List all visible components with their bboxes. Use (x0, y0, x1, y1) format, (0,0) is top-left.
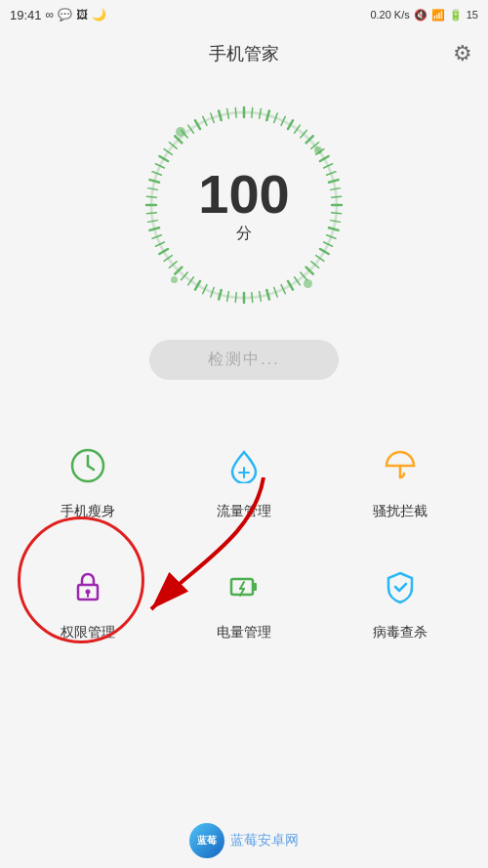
svg-line-29 (306, 268, 313, 274)
svg-line-10 (301, 130, 306, 138)
feature-label-battery: 电量管理 (217, 624, 271, 641)
signal-icon: 📶 (431, 9, 445, 21)
svg-line-72 (227, 109, 229, 119)
svg-line-5 (266, 110, 269, 120)
svg-line-48 (169, 262, 177, 268)
svg-line-27 (316, 256, 324, 262)
svg-line-71 (219, 110, 222, 120)
status-time: 19:41 (10, 8, 42, 22)
svg-line-23 (329, 227, 339, 230)
svg-line-14 (320, 156, 329, 161)
svg-line-85 (240, 582, 244, 589)
features-grid: 手机瘦身 流量管理 骚扰拦截 (0, 419, 488, 661)
header: 手机管家 ⚙ (0, 29, 488, 78)
svg-line-58 (148, 188, 158, 190)
svg-line-57 (146, 196, 156, 197)
status-icon-chat: 💬 (58, 8, 72, 21)
svg-line-9 (295, 125, 301, 133)
svg-line-39 (235, 293, 236, 303)
svg-line-54 (148, 221, 158, 223)
svg-line-41 (219, 290, 222, 300)
clock-icon (70, 448, 105, 483)
svg-line-34 (274, 288, 277, 297)
svg-line-53 (149, 227, 159, 230)
svg-line-24 (327, 235, 336, 238)
svg-line-59 (149, 180, 159, 183)
svg-line-40 (227, 292, 229, 302)
svg-line-51 (155, 242, 164, 246)
feature-icon-permission (61, 559, 115, 614)
watermark-logo: 蓝莓 (189, 823, 224, 858)
svg-line-8 (288, 120, 293, 129)
svg-line-32 (288, 281, 293, 290)
svg-line-35 (266, 290, 269, 300)
status-icon-moon: 🌙 (92, 8, 106, 21)
svg-line-69 (203, 116, 207, 125)
feature-icon-block (373, 438, 427, 493)
svg-line-4 (260, 109, 262, 119)
svg-line-36 (260, 292, 262, 302)
feature-label-block: 骚扰拦截 (373, 503, 427, 520)
feature-block[interactable]: 骚扰拦截 (322, 419, 478, 540)
svg-line-16 (327, 172, 336, 175)
shield-icon (383, 569, 418, 604)
svg-line-44 (195, 281, 200, 290)
svg-line-17 (329, 180, 339, 183)
feature-permission[interactable]: 权限管理 (10, 540, 166, 661)
feature-label-permission: 权限管理 (61, 624, 115, 641)
score-circle-wrapper: 100 分 (137, 98, 351, 312)
svg-line-22 (331, 221, 341, 223)
feature-slim[interactable]: 手机瘦身 (10, 419, 166, 540)
svg-line-31 (295, 277, 301, 285)
svg-line-26 (320, 249, 329, 254)
battery-level: 15 (467, 9, 478, 21)
svg-line-55 (146, 213, 156, 214)
svg-line-6 (274, 113, 277, 122)
svg-line-45 (188, 277, 194, 285)
svg-line-11 (306, 136, 313, 143)
deco-dot-4 (304, 279, 312, 288)
svg-line-73 (235, 107, 236, 117)
feature-icon-battery (217, 559, 271, 614)
lock-icon (70, 569, 105, 604)
svg-line-62 (159, 156, 168, 161)
svg-line-49 (164, 256, 172, 262)
status-icon-image: 🖼 (76, 8, 88, 21)
svg-line-7 (281, 116, 285, 125)
svg-line-64 (169, 143, 177, 148)
score-unit: 分 (236, 224, 252, 244)
svg-line-50 (159, 249, 168, 254)
status-left: 19:41 ∞ 💬 🖼 🌙 (10, 8, 106, 22)
svg-line-46 (182, 272, 187, 280)
network-speed: 0.20 K/s (370, 9, 409, 21)
deco-dot-3 (171, 276, 178, 283)
features-section: 手机瘦身 流量管理 骚扰拦截 (0, 419, 488, 661)
svg-line-68 (195, 120, 200, 129)
score-value: 100 (198, 167, 289, 222)
battery-icon: 🔋 (449, 9, 463, 21)
settings-icon[interactable]: ⚙ (453, 41, 472, 66)
deco-dot-1 (176, 127, 185, 137)
volume-icon: 🔇 (414, 9, 427, 21)
svg-line-25 (324, 242, 333, 246)
status-bar: 19:41 ∞ 💬 🖼 🌙 0.20 K/s 🔇 📶 🔋 15 (0, 0, 488, 29)
page-title: 手机管家 (209, 42, 279, 65)
feature-virus[interactable]: 病毒查杀 (322, 540, 478, 661)
deco-dot-2 (314, 146, 322, 154)
feature-traffic[interactable]: 流量管理 (166, 419, 322, 540)
watermark-text: 蓝莓安卓网 (230, 832, 299, 849)
svg-line-60 (152, 172, 161, 175)
svg-line-67 (188, 125, 194, 133)
svg-line-52 (152, 235, 161, 238)
svg-line-28 (311, 262, 319, 268)
detect-button[interactable]: 检测中... (149, 340, 338, 380)
svg-line-19 (332, 196, 342, 197)
svg-line-15 (324, 164, 333, 168)
svg-line-70 (211, 113, 214, 122)
score-area: 100 分 检测中... (0, 78, 488, 380)
feature-label-traffic: 流量管理 (217, 503, 271, 520)
svg-line-21 (332, 213, 342, 214)
svg-line-43 (203, 285, 207, 294)
feature-battery[interactable]: 电量管理 (166, 540, 322, 661)
svg-line-33 (281, 285, 285, 294)
